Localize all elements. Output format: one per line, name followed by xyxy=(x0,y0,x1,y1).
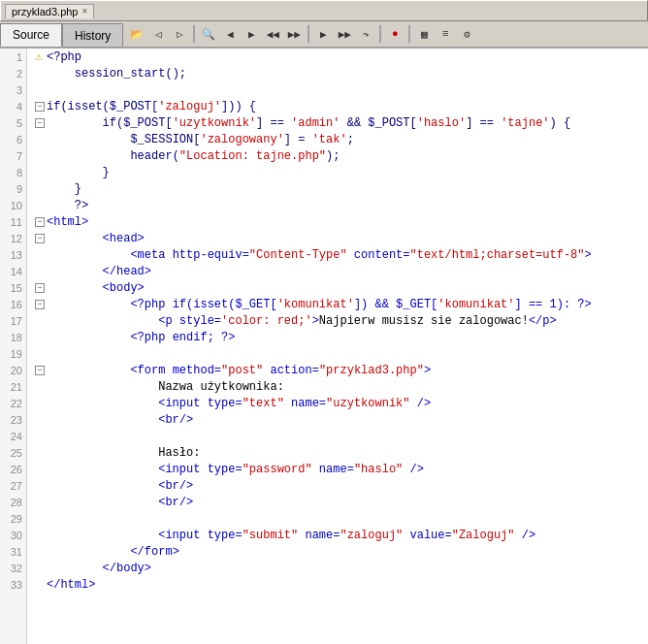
line-numbers: 1234567891011121314151617181920212223242… xyxy=(0,48,27,644)
line-number: 17 xyxy=(0,312,26,329)
stop-icon[interactable]: ● xyxy=(385,24,405,44)
settings-icon[interactable]: ⚙ xyxy=(457,24,476,44)
code-line: <br/> xyxy=(27,411,648,428)
line-number: 27 xyxy=(0,477,26,494)
nav3-icon[interactable]: ◀◀ xyxy=(263,24,282,44)
code-content: <input type="password" name="haslo" /> xyxy=(47,463,424,476)
nav1-icon[interactable]: ◀ xyxy=(220,24,240,44)
fold-col: − xyxy=(33,217,47,227)
line-number: 10 xyxy=(0,197,26,213)
separator-3 xyxy=(379,25,381,43)
line-number: 23 xyxy=(0,411,26,428)
close-tab-button[interactable]: × xyxy=(82,6,88,16)
line-number: 31 xyxy=(0,543,26,560)
fold-box[interactable]: − xyxy=(35,234,45,243)
code-area[interactable]: ⚠<?php session_start();−if(isset($_POST[… xyxy=(27,48,648,644)
title-tab[interactable]: przyklad3.php × xyxy=(5,4,94,18)
code-content: <?php xyxy=(47,50,81,64)
editor-container: 1234567891011121314151617181920212223242… xyxy=(0,48,648,644)
toolbar-icons: 📂 ◁ ▷ 🔍 ◀ ▶ ◀◀ ▶▶ ▶ ▶▶ ↷ ● ▦ ≡ ⚙ xyxy=(123,21,648,47)
fold-col: − xyxy=(33,102,47,112)
forward-icon[interactable]: ▷ xyxy=(170,24,189,44)
fold-box[interactable]: − xyxy=(35,118,45,128)
tab-buttons: Source History xyxy=(0,21,123,47)
separator-2 xyxy=(308,25,309,43)
line-number: 14 xyxy=(0,263,26,279)
title-bar: przyklad3.php × xyxy=(0,0,648,21)
open-file-icon[interactable]: 📂 xyxy=(127,24,146,44)
code-content: <meta http-equiv="Content-Type" content=… xyxy=(47,248,592,262)
code-line: session_start(); xyxy=(27,65,648,81)
chart-icon[interactable]: ▦ xyxy=(414,24,434,44)
code-content: if($_POST['uzytkownik'] == 'admin' && $_… xyxy=(47,116,570,130)
run2-icon[interactable]: ▶▶ xyxy=(335,24,354,44)
fold-box[interactable]: − xyxy=(35,366,45,375)
nav2-icon[interactable]: ▶ xyxy=(242,24,261,44)
line-number: 5 xyxy=(0,114,26,131)
line-number: 28 xyxy=(0,494,26,510)
code-content: session_start(); xyxy=(47,67,186,80)
code-line: − <?php if(isset($_GET['komunikat']) && … xyxy=(27,296,648,312)
line-number: 8 xyxy=(0,164,26,180)
line-number: 29 xyxy=(0,510,26,527)
code-line: <meta http-equiv="Content-Type" content=… xyxy=(27,246,648,263)
code-line: <input type="text" name="uzytkownik" /> xyxy=(27,395,648,411)
separator-1 xyxy=(193,25,195,43)
fold-box[interactable]: − xyxy=(35,283,45,293)
code-line: − <body> xyxy=(27,279,648,296)
back-icon[interactable]: ◁ xyxy=(148,24,168,44)
line-number: 32 xyxy=(0,560,26,576)
code-line: Hasło: xyxy=(27,444,648,461)
tab-history[interactable]: History xyxy=(62,23,123,47)
code-content: </form> xyxy=(47,545,179,559)
code-line: </head> xyxy=(27,263,648,279)
step-icon[interactable]: ↷ xyxy=(356,24,375,44)
tab-source[interactable]: Source xyxy=(0,23,62,47)
code-line xyxy=(27,81,648,98)
line-number: 9 xyxy=(0,180,26,197)
line-number: 22 xyxy=(0,395,26,411)
line-number: 15 xyxy=(0,279,26,296)
code-line: </form> xyxy=(27,543,648,560)
line-number: 4 xyxy=(0,98,26,114)
code-line: } xyxy=(27,180,648,197)
code-content: } xyxy=(47,166,110,179)
line-number: 12 xyxy=(0,230,26,246)
code-line: − <form method="post" action="przyklad3.… xyxy=(27,362,648,378)
nav4-icon[interactable]: ▶▶ xyxy=(284,24,304,44)
tab-filename: przyklad3.php xyxy=(12,6,79,17)
code-line: <br/> xyxy=(27,494,648,510)
code-line: </html> xyxy=(27,576,648,593)
code-content: </head> xyxy=(47,265,151,278)
fold-box[interactable]: − xyxy=(35,217,45,227)
zoom-out-icon[interactable]: 🔍 xyxy=(199,24,218,44)
run1-icon[interactable]: ▶ xyxy=(313,24,333,44)
code-line: − <head> xyxy=(27,230,648,246)
code-content: <?php if(isset($_GET['komunikat']) && $_… xyxy=(47,298,592,311)
code-line: ?> xyxy=(27,197,648,213)
fold-col: − xyxy=(33,118,47,128)
fold-box[interactable]: − xyxy=(35,102,45,112)
code-line: <input type="submit" name="zaloguj" valu… xyxy=(27,527,648,543)
separator-4 xyxy=(408,25,410,43)
fold-col: ⚠ xyxy=(33,49,47,64)
code-line: $_SESSION['zalogowany'] = 'tak'; xyxy=(27,131,648,147)
line-number: 6 xyxy=(0,131,26,147)
code-content: <form method="post" action="przyklad3.ph… xyxy=(47,364,431,377)
code-line: <br/> xyxy=(27,477,648,494)
code-line: </body> xyxy=(27,560,648,576)
code-content: <?php endif; ?> xyxy=(47,331,235,344)
code-line xyxy=(27,345,648,362)
line-number: 7 xyxy=(0,147,26,164)
code-content: <head> xyxy=(47,232,145,245)
line-number: 21 xyxy=(0,378,26,395)
line-number: 16 xyxy=(0,296,26,312)
fold-col: − xyxy=(33,300,47,309)
line-number: 1 xyxy=(0,48,26,65)
warning-icon: ⚠ xyxy=(35,49,42,64)
code-line: − if($_POST['uzytkownik'] == 'admin' && … xyxy=(27,114,648,131)
lines-icon[interactable]: ≡ xyxy=(436,24,455,44)
fold-box[interactable]: − xyxy=(35,300,45,309)
line-number: 18 xyxy=(0,329,26,345)
code-content: $_SESSION['zalogowany'] = 'tak'; xyxy=(47,133,354,146)
